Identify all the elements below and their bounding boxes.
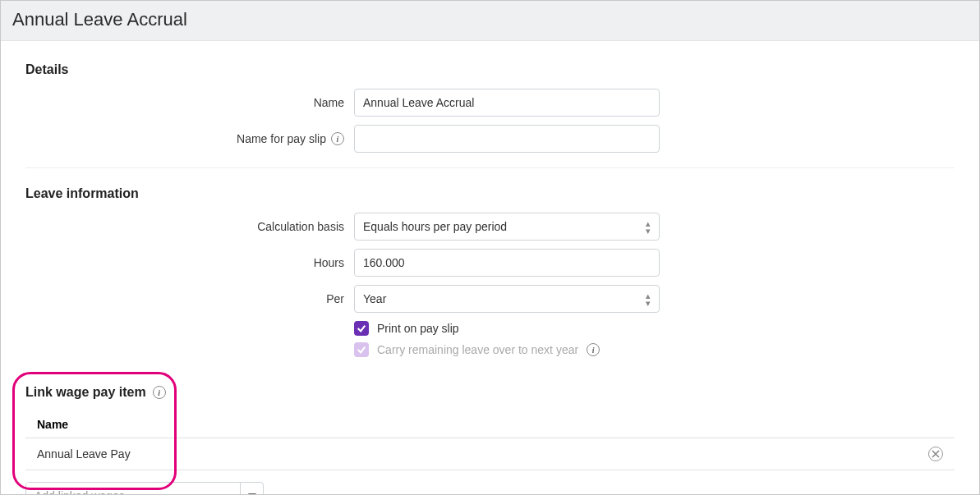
add-linked-wages-input[interactable] [26, 483, 240, 495]
leave-section-title: Leave information [25, 186, 955, 201]
print-row: Print on pay slip Carry remaining leave … [25, 321, 955, 364]
link-wage-section-title: Link wage pay item [25, 385, 146, 400]
print-checkbox[interactable] [354, 321, 369, 336]
print-checkbox-label: Print on pay slip [377, 322, 459, 335]
table-row: Annual Leave Pay [25, 438, 955, 470]
payslip-name-label: Name for pay slip [237, 132, 326, 145]
calc-basis-label: Calculation basis [25, 220, 354, 233]
calc-basis-value: Equals hours per pay period [363, 220, 507, 233]
linked-wage-name: Annual Leave Pay [37, 447, 131, 461]
carry-checkbox-label: Carry remaining leave over to next year [377, 343, 578, 356]
main-panel: Details Name Name for pay slip i Leave i… [12, 48, 968, 495]
name-input[interactable] [354, 89, 660, 117]
per-row: Per Year ▴▾ [25, 285, 955, 313]
page-title: Annual Leave Accrual [12, 9, 968, 30]
link-wage-section: Link wage pay item i Name Annual Leave P… [25, 385, 955, 495]
page-header: Annual Leave Accrual [1, 1, 979, 41]
add-linked-wages-combo[interactable] [25, 482, 264, 495]
payslip-name-row: Name for pay slip i [25, 125, 955, 153]
section-divider [25, 167, 955, 168]
combo-dropdown-button[interactable] [240, 483, 263, 495]
linked-wages-table: Name Annual Leave Pay [25, 411, 955, 470]
table-header-name: Name [25, 411, 955, 438]
carry-checkbox [354, 342, 369, 357]
name-label: Name [25, 96, 354, 109]
payslip-name-input[interactable] [354, 125, 660, 153]
stepper-icon: ▴▾ [646, 220, 651, 234]
calc-basis-select[interactable]: Equals hours per pay period ▴▾ [354, 213, 660, 241]
per-value: Year [363, 292, 386, 305]
stepper-icon: ▴▾ [646, 292, 651, 306]
info-icon[interactable]: i [331, 132, 344, 145]
per-select[interactable]: Year ▴▾ [354, 285, 660, 313]
name-row: Name [25, 89, 955, 117]
hours-row: Hours [25, 249, 955, 277]
hours-label: Hours [25, 256, 354, 269]
per-label: Per [25, 292, 354, 305]
details-section-title: Details [25, 62, 955, 77]
remove-row-button[interactable] [928, 447, 943, 461]
info-icon[interactable]: i [153, 386, 166, 399]
hours-input[interactable] [354, 249, 660, 277]
calc-basis-row: Calculation basis Equals hours per pay p… [25, 213, 955, 241]
info-icon[interactable]: i [587, 343, 600, 356]
